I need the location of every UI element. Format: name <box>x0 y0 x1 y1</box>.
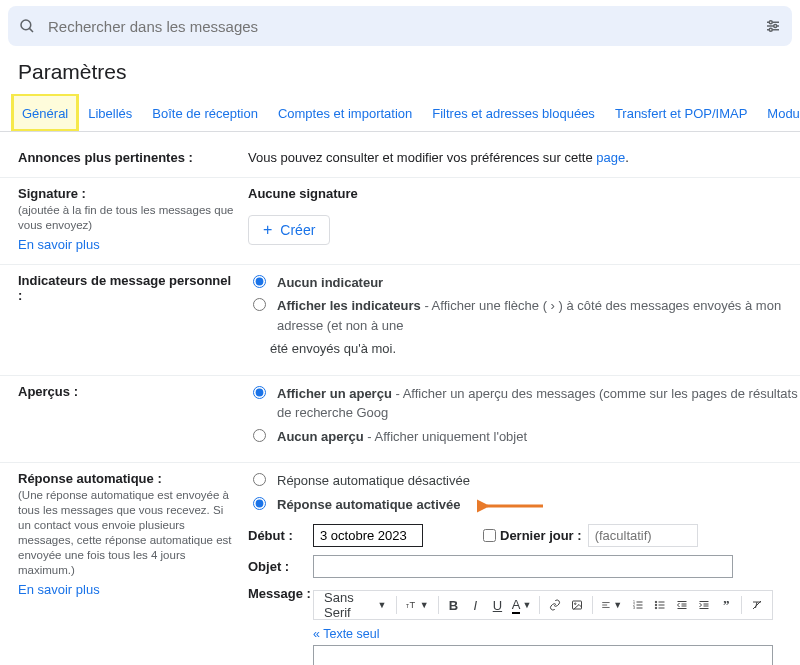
svg-point-12 <box>574 603 576 605</box>
svg-point-0 <box>21 20 31 30</box>
svg-point-7 <box>769 28 772 31</box>
annotation-arrow-icon <box>477 497 545 515</box>
message-label: Message : <box>248 586 313 601</box>
vacation-off-radio[interactable] <box>253 473 266 486</box>
signature-create-button[interactable]: + Créer <box>248 215 330 245</box>
svg-text:3: 3 <box>633 606 635 610</box>
preview-none-desc: - Afficher uniquement l'objet <box>364 429 527 444</box>
svg-point-5 <box>769 21 772 24</box>
search-input[interactable] <box>46 17 764 36</box>
indicator-show-label: Afficher les indicateurs <box>277 298 421 313</box>
ads-label: Annonces plus pertinentes : <box>18 150 193 165</box>
create-label: Créer <box>280 222 315 238</box>
preview-show-radio[interactable] <box>253 386 266 399</box>
vacation-learn-link[interactable]: En savoir plus <box>18 582 100 597</box>
tab-forwarding[interactable]: Transfert et POP/IMAP <box>605 94 757 131</box>
message-textarea[interactable] <box>313 645 773 665</box>
chevron-down-icon: ▼ <box>377 600 386 610</box>
svg-point-26 <box>655 605 657 607</box>
tab-inbox[interactable]: Boîte de réception <box>142 94 268 131</box>
indicator-none-label: Aucun indicateur <box>277 275 383 290</box>
vacation-on-radio[interactable] <box>253 497 266 510</box>
row-previews: Aperçus : Afficher un aperçu - Afficher … <box>0 376 800 464</box>
ads-text: Vous pouvez consulter et modifier vos pr… <box>248 150 596 165</box>
image-button[interactable] <box>568 595 586 615</box>
separator <box>396 596 397 614</box>
preview-none-label: Aucun aperçu <box>277 429 364 444</box>
ads-page-link[interactable]: page <box>596 150 625 165</box>
svg-point-27 <box>655 608 657 610</box>
quote-button[interactable]: ” <box>717 595 735 615</box>
text-color-button[interactable]: A▼ <box>510 595 532 615</box>
vacation-label: Réponse automatique : <box>18 471 162 486</box>
rte-toolbar: Sans Serif▼ тT▼ B I U A▼ ▼ <box>313 590 773 620</box>
signature-label: Signature : <box>18 186 86 201</box>
indicator-show-radio[interactable] <box>253 298 266 311</box>
ads-suffix: . <box>625 150 629 165</box>
svg-line-1 <box>29 28 33 32</box>
search-icon <box>18 17 36 35</box>
signature-sub: (ajoutée à la fin de tous les messages q… <box>18 203 236 233</box>
plus-icon: + <box>263 222 272 238</box>
subject-input[interactable] <box>313 555 733 578</box>
italic-button[interactable]: I <box>466 595 484 615</box>
end-date-input <box>588 524 698 547</box>
signature-none: Aucune signature <box>248 186 800 201</box>
row-indicators: Indicateurs de message personnel : Aucun… <box>0 265 800 376</box>
svg-text:T: T <box>410 600 416 610</box>
vacation-on-label: Réponse automatique activée <box>277 497 461 512</box>
row-signature: Signature : (ajoutée à la fin de tous le… <box>0 178 800 265</box>
indent-more-button[interactable] <box>695 595 713 615</box>
vacation-off-label: Réponse automatique désactivée <box>277 471 470 491</box>
link-button[interactable] <box>546 595 564 615</box>
preview-none-radio[interactable] <box>253 429 266 442</box>
ordered-list-button[interactable]: 123 <box>629 595 647 615</box>
tab-general[interactable]: Général <box>12 94 78 131</box>
start-date-label: Début : <box>248 528 313 543</box>
indicators-label: Indicateurs de message personnel : <box>18 273 231 303</box>
subject-label: Objet : <box>248 559 313 574</box>
separator <box>539 596 540 614</box>
indicator-none-radio[interactable] <box>253 275 266 288</box>
end-date-checkbox[interactable] <box>483 529 496 542</box>
tune-icon[interactable] <box>764 17 782 35</box>
svg-point-25 <box>655 602 657 604</box>
page-title: Paramètres <box>18 60 800 84</box>
settings-tabs: Général Libellés Boîte de réception Comp… <box>0 94 800 132</box>
tab-accounts[interactable]: Comptes et importation <box>268 94 422 131</box>
start-date-input[interactable] <box>313 524 423 547</box>
chevron-down-icon: ▼ <box>613 600 622 610</box>
row-ads: Annonces plus pertinentes : Vous pouvez … <box>0 142 800 178</box>
font-family-select[interactable]: Sans Serif▼ <box>320 595 390 615</box>
tab-filters[interactable]: Filtres et adresses bloquées <box>422 94 605 131</box>
separator <box>438 596 439 614</box>
svg-text:т: т <box>406 602 409 609</box>
align-button[interactable]: ▼ <box>598 595 625 615</box>
signature-learn-link[interactable]: En savoir plus <box>18 237 100 252</box>
search-bar <box>8 6 792 46</box>
chevron-down-icon: ▼ <box>522 600 531 610</box>
plaintext-link[interactable]: « Texte seul <box>313 627 379 641</box>
previews-label: Aperçus : <box>18 384 78 399</box>
clear-format-button[interactable] <box>748 595 766 615</box>
svg-point-6 <box>774 25 777 28</box>
separator <box>741 596 742 614</box>
separator <box>592 596 593 614</box>
vacation-sub: (Une réponse automatique est envoyée à t… <box>18 488 236 578</box>
underline-button[interactable]: U <box>488 595 506 615</box>
row-vacation: Réponse automatique : (Une réponse autom… <box>0 463 800 665</box>
preview-show-label: Afficher un aperçu <box>277 386 392 401</box>
indicator-show-desc2: été envoyés qu'à moi. <box>270 339 396 359</box>
tab-addons[interactable]: Modules complémentaires <box>757 94 800 131</box>
bullet-list-button[interactable] <box>651 595 669 615</box>
bold-button[interactable]: B <box>444 595 462 615</box>
end-date-label: Dernier jour : <box>500 528 582 543</box>
chevron-down-icon: ▼ <box>420 600 429 610</box>
font-size-button[interactable]: тT▼ <box>403 595 431 615</box>
tab-labels[interactable]: Libellés <box>78 94 142 131</box>
indent-less-button[interactable] <box>673 595 691 615</box>
